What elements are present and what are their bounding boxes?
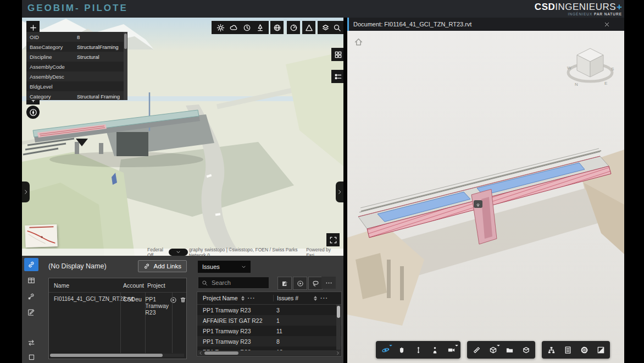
right-panel-expand-tab[interactable] [336, 182, 343, 202]
sun-icon[interactable] [214, 21, 227, 34]
orbit-tool-button[interactable] [377, 342, 393, 358]
viewer-home-icon[interactable] [354, 37, 363, 47]
basemap-gallery-button[interactable] [331, 48, 343, 61]
issues-row[interactable]: AFFAIRE IST GAT R221 [197, 315, 341, 326]
attribute-row: AssemblyDesc [26, 72, 127, 81]
compass-button[interactable] [26, 106, 40, 119]
company-logo: CSDINGENIEURS+ INGÉNIEUX PAR NATURE [535, 2, 622, 16]
globe-icon[interactable] [270, 21, 284, 34]
viewer-toolbar [376, 341, 610, 359]
right-letterbox [624, 0, 644, 363]
links-tab-icon[interactable] [24, 258, 38, 271]
svg-text:W: W [567, 65, 571, 70]
links-table-row[interactable]: FI01164_41_GCI_TZN_RT23.rvt CSDeu PP1 Tr… [49, 293, 186, 334]
environment-toolbar [212, 21, 269, 34]
cloud-icon[interactable] [227, 21, 240, 34]
pan-tool-button[interactable] [393, 342, 410, 358]
scroll-left-icon[interactable] [198, 351, 203, 355]
left-panel-expand-tab[interactable] [22, 182, 30, 202]
links-table[interactable]: Name Account Project FI01164_41_GCI_TZN_… [48, 278, 187, 359]
folder-tool-button[interactable] [501, 342, 518, 358]
svg-text:E: E [604, 81, 607, 86]
links-table-header: Name Account Project [49, 278, 186, 293]
model-browser-button[interactable] [543, 342, 559, 358]
popup-scrollbar[interactable] [124, 32, 127, 100]
legend-button[interactable] [331, 70, 343, 83]
issues-dropdown[interactable]: Issues [198, 261, 251, 273]
issues-vscrollbar[interactable] [336, 305, 341, 350]
scroll-right-icon[interactable] [336, 351, 340, 355]
panels-tools-group [542, 341, 610, 359]
zoom-tool-button[interactable] [410, 342, 426, 358]
issues-table-header: Project Name ··· Issues # ··· [197, 292, 341, 305]
section-tool-button[interactable] [485, 342, 501, 358]
play-circle-icon[interactable] [293, 277, 307, 290]
issues-table[interactable]: Project Name ··· Issues # ··· PP1 Tramwa… [197, 292, 342, 356]
table-tab-icon[interactable] [24, 274, 38, 287]
map-view[interactable]: FI01164_41_GCI_TZN_RT23 OID8 BaseCategor… [22, 18, 343, 256]
project-column-menu[interactable]: ··· [248, 295, 256, 301]
issues-row[interactable]: PP1 Tramway R233 [197, 305, 341, 315]
issues-row[interactable]: PP1 Tramway R2311 [197, 326, 341, 336]
edit-issue-icon[interactable] [277, 277, 292, 290]
issues-search-input[interactable] [210, 279, 262, 287]
analysis-tools-group [467, 341, 535, 359]
svg-text:N: N [575, 82, 578, 87]
map-attribution-bar: Federal Off graphy swisstopo | ©swisstop… [22, 249, 343, 256]
properties-button[interactable] [559, 342, 576, 358]
camera-tool-button[interactable] [443, 342, 459, 358]
sort-project-icon[interactable] [241, 296, 245, 301]
first-person-tool-button[interactable] [426, 342, 443, 358]
fullscreen-button[interactable] [592, 342, 609, 358]
sort-issues-icon[interactable] [314, 296, 317, 301]
lasso-select-icon[interactable] [308, 277, 323, 290]
warning-triangle-icon[interactable] [302, 21, 315, 34]
cursor-stamp-icon [474, 200, 482, 208]
add-link-icon [143, 263, 150, 270]
links-table-hscrollbar[interactable] [50, 354, 184, 357]
attribute-table[interactable]: OID8 BaseCategoryStructuralFraming Disci… [26, 32, 127, 100]
map-fullscreen-button[interactable] [326, 233, 340, 246]
daylight-gauge-icon[interactable] [287, 21, 300, 34]
issues-hscrollbar[interactable] [198, 350, 341, 355]
view-cube[interactable]: N E S W [565, 38, 615, 89]
attribute-row: DisciplineStructural [26, 52, 127, 62]
application-window: GEOBIM- PILOTE CSDINGENIEURS+ INGÉNIEUX … [0, 0, 644, 363]
issues-column-menu[interactable]: ··· [320, 295, 328, 301]
model-cube-button[interactable] [518, 342, 534, 358]
swap-icon[interactable] [24, 336, 38, 349]
document-header: Document: FI01164_41_GCI_TZN_RT23.rvt [347, 18, 624, 31]
settings-gear-button[interactable] [576, 342, 592, 358]
measure-tool-button[interactable] [468, 342, 485, 358]
issues-search-box[interactable] [198, 277, 269, 289]
document-close-icon[interactable] [604, 21, 610, 28]
links-panel-rail [24, 258, 40, 322]
svg-text:S: S [611, 67, 614, 72]
popup-callout-arrow [76, 139, 88, 146]
attribution-toggle[interactable] [169, 249, 188, 256]
issues-more-button[interactable] [321, 277, 336, 289]
search-button[interactable] [330, 21, 343, 34]
bim-viewer[interactable]: Document: FI01164_41_GCI_TZN_RT23.rvt N … [347, 18, 624, 363]
left-letterbox [0, 0, 22, 363]
logo-plus-icon: + [617, 2, 622, 12]
display-name-label: (No Display Name) [48, 262, 138, 270]
delete-link-icon[interactable] [180, 296, 186, 304]
attribute-row: BaseCategoryStructuralFraming [26, 42, 127, 52]
tree-icon[interactable] [253, 21, 267, 34]
overview-inset-map[interactable] [25, 224, 57, 248]
edit-tab-icon[interactable] [24, 306, 38, 319]
attribute-row: BldgLevel [26, 81, 127, 91]
document-title: Document: FI01164_41_GCI_TZN_RT23.rvt [353, 21, 604, 28]
top-header: GEOBIM- PILOTE [22, 0, 624, 18]
add-links-button[interactable]: Add Links [138, 260, 187, 272]
link-feature-tab-icon[interactable] [24, 290, 38, 303]
issues-tool-buttons [277, 277, 323, 290]
open-link-icon[interactable] [170, 296, 177, 304]
attribution-left: Federal Off [147, 247, 168, 256]
select-box-icon[interactable] [24, 350, 38, 363]
issues-row[interactable]: PP1 Tramway R238 [197, 336, 341, 346]
clock-icon[interactable] [240, 21, 253, 34]
powered-by-esri: Powered by Esri [306, 247, 336, 256]
logo-bold: CSD [535, 2, 555, 12]
